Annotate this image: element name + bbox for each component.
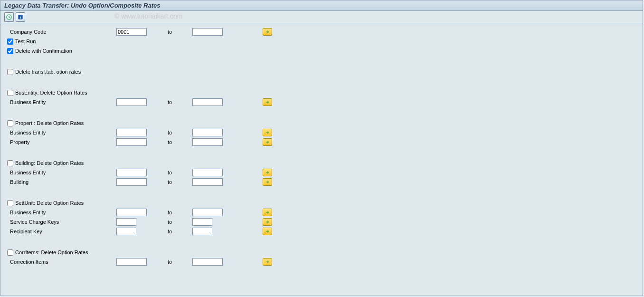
property-chk-label: Propert.: Delete Option Rates <box>15 120 84 126</box>
sck-label: Service Charge Keys <box>7 219 116 225</box>
property-multi-button[interactable] <box>263 138 272 146</box>
row-building: Building to <box>7 177 636 187</box>
row-rk: Recipient Key to <box>7 227 636 236</box>
building-from-input[interactable] <box>116 178 147 186</box>
arrow-right-icon <box>265 229 270 234</box>
row-be4: Business Entity to <box>7 208 636 217</box>
settunit-chk-label: SettUnit: Delete Option Rates <box>15 200 84 206</box>
row-sck: Service Charge Keys to <box>7 217 636 227</box>
be1-multi-button[interactable] <box>263 98 272 106</box>
row-be3: Business Entity to <box>7 168 636 177</box>
arrow-right-icon <box>265 259 270 264</box>
page-title: Legacy Data Transfer: Undo Option/Compos… <box>4 2 160 9</box>
content-area: Company Code to Test Run Delete with Con… <box>0 23 643 270</box>
be4-multi-button[interactable] <box>263 209 272 216</box>
row-property: Property to <box>7 137 636 147</box>
be1-to-input[interactable] <box>192 98 223 106</box>
row-be2: Business Entity to <box>7 128 636 137</box>
ci-multi-button[interactable] <box>263 258 272 266</box>
building-label: Building <box>7 179 116 185</box>
corritems-chk-label: CorrItems: Delete Option Rates <box>15 249 88 255</box>
company-code-multi-button[interactable] <box>263 28 272 36</box>
be3-multi-button[interactable] <box>263 169 272 176</box>
test-run-checkbox[interactable] <box>7 38 13 45</box>
sck-multi-button[interactable] <box>263 218 272 226</box>
be3-to-input[interactable] <box>192 169 223 176</box>
title-bar: Legacy Data Transfer: Undo Option/Compos… <box>0 0 643 11</box>
building-chk-label: Building: Delete Option Rates <box>15 160 84 166</box>
arrow-right-icon <box>265 220 270 224</box>
sck-from-input[interactable] <box>116 218 136 226</box>
label-company-code: Company Code <box>7 29 116 35</box>
rk-from-input[interactable] <box>116 228 136 235</box>
row-ci: Correction Items to <box>7 257 636 267</box>
sck-to-input[interactable] <box>192 218 212 226</box>
be4-label: Business Entity <box>7 210 116 215</box>
to-label-be4: to <box>164 210 192 215</box>
delete-confirm-label: Delete with Confirmation <box>15 48 72 54</box>
be1-from-input[interactable] <box>116 98 147 106</box>
to-label-property: to <box>164 139 192 145</box>
property-from-input[interactable] <box>116 138 147 146</box>
arrow-right-icon <box>265 180 270 184</box>
toolbar: i © www.tutorialkart.com <box>0 11 643 23</box>
be2-label: Business Entity <box>7 130 116 135</box>
ci-from-input[interactable] <box>116 258 147 266</box>
to-label-be2: to <box>164 130 192 135</box>
building-checkbox[interactable] <box>7 160 13 166</box>
building-to-input[interactable] <box>192 178 223 186</box>
arrow-right-icon <box>265 130 270 135</box>
info-button[interactable]: i <box>16 12 25 22</box>
be3-from-input[interactable] <box>116 169 147 176</box>
ci-to-input[interactable] <box>192 258 223 266</box>
property-checkbox[interactable] <box>7 120 13 126</box>
to-label-rk: to <box>164 229 192 234</box>
info-icon: i <box>17 14 24 20</box>
building-multi-button[interactable] <box>263 178 272 186</box>
test-run-label: Test Run <box>15 38 36 44</box>
row-company-code: Company Code to <box>7 27 636 37</box>
to-label-ci: to <box>164 259 192 265</box>
arrow-right-icon <box>265 100 270 105</box>
property-label: Property <box>7 139 116 145</box>
watermark: © www.tutorialkart.com <box>114 12 182 20</box>
to-label-be1: to <box>164 99 192 105</box>
arrow-right-icon <box>265 29 270 34</box>
ci-label: Correction Items <box>7 259 116 265</box>
arrow-right-icon <box>265 210 270 215</box>
arrow-right-icon <box>265 140 270 144</box>
rk-multi-button[interactable] <box>263 228 272 235</box>
be2-multi-button[interactable] <box>263 129 272 136</box>
be1-label: Business Entity <box>7 99 116 105</box>
corritems-checkbox[interactable] <box>7 249 13 256</box>
property-to-input[interactable] <box>192 138 223 146</box>
busentity-label: BusEntity: Delete Option Rates <box>15 90 87 96</box>
to-label-be3: to <box>164 170 192 175</box>
be2-to-input[interactable] <box>192 129 223 136</box>
arrow-right-icon <box>265 170 270 175</box>
company-code-from-input[interactable] <box>116 28 147 36</box>
delete-transf-checkbox[interactable] <box>7 69 13 75</box>
be3-label: Business Entity <box>7 170 116 175</box>
to-label: to <box>164 29 192 35</box>
be4-from-input[interactable] <box>116 209 147 216</box>
to-label-sck: to <box>164 219 192 225</box>
rk-to-input[interactable] <box>192 228 212 235</box>
to-label-building: to <box>164 179 192 185</box>
execute-button[interactable] <box>4 12 14 22</box>
be2-from-input[interactable] <box>116 129 147 136</box>
company-code-to-input[interactable] <box>192 28 223 36</box>
settunit-checkbox[interactable] <box>7 200 13 206</box>
be4-to-input[interactable] <box>192 209 223 216</box>
delete-confirm-checkbox[interactable] <box>7 48 13 54</box>
app-window: Legacy Data Transfer: Undo Option/Compos… <box>0 0 643 296</box>
row-be1: Business Entity to <box>7 97 636 107</box>
rk-label: Recipient Key <box>7 229 116 234</box>
delete-transf-label: Delete transf.tab. otion rates <box>15 69 81 75</box>
busentity-checkbox[interactable] <box>7 90 13 96</box>
clock-execute-icon <box>6 14 12 20</box>
